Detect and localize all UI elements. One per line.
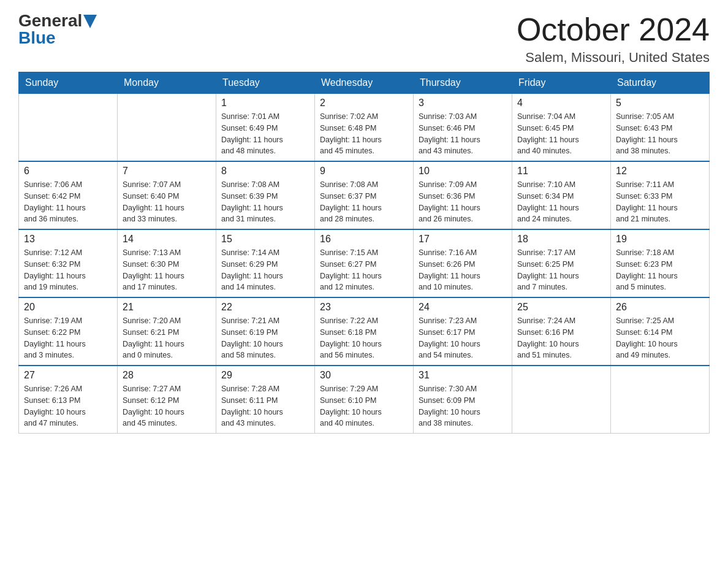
- day-number: 24: [419, 302, 507, 313]
- calendar-cell: 7Sunrise: 7:07 AM Sunset: 6:40 PM Daylig…: [118, 161, 216, 229]
- day-info: Sunrise: 7:12 AM Sunset: 6:32 PM Dayligh…: [24, 247, 112, 293]
- day-info: Sunrise: 7:02 AM Sunset: 6:48 PM Dayligh…: [320, 111, 408, 157]
- logo-blue-text: Blue: [18, 29, 56, 47]
- day-number: 7: [123, 166, 211, 177]
- calendar-header-monday: Monday: [118, 72, 216, 94]
- day-info: Sunrise: 7:06 AM Sunset: 6:42 PM Dayligh…: [24, 179, 112, 225]
- day-info: Sunrise: 7:16 AM Sunset: 6:26 PM Dayligh…: [419, 247, 507, 293]
- day-info: Sunrise: 7:01 AM Sunset: 6:49 PM Dayligh…: [221, 111, 309, 157]
- day-number: 18: [517, 234, 605, 245]
- svg-marker-0: [83, 15, 97, 28]
- calendar-cell: 23Sunrise: 7:22 AM Sunset: 6:18 PM Dayli…: [315, 297, 414, 366]
- calendar-cell: 30Sunrise: 7:29 AM Sunset: 6:10 PM Dayli…: [315, 366, 414, 434]
- day-number: 21: [123, 302, 211, 313]
- location-title: Salem, Missouri, United States: [517, 50, 710, 66]
- day-info: Sunrise: 7:05 AM Sunset: 6:43 PM Dayligh…: [616, 111, 704, 157]
- day-number: 11: [517, 166, 605, 177]
- calendar-cell: 17Sunrise: 7:16 AM Sunset: 6:26 PM Dayli…: [414, 229, 512, 297]
- title-block: October 2024 Salem, Missouri, United Sta…: [517, 12, 710, 66]
- day-info: Sunrise: 7:13 AM Sunset: 6:30 PM Dayligh…: [123, 247, 211, 293]
- calendar-cell: 5Sunrise: 7:05 AM Sunset: 6:43 PM Daylig…: [611, 94, 710, 162]
- day-info: Sunrise: 7:15 AM Sunset: 6:27 PM Dayligh…: [320, 247, 408, 293]
- day-number: 15: [221, 234, 309, 245]
- calendar-cell: 28Sunrise: 7:27 AM Sunset: 6:12 PM Dayli…: [118, 366, 216, 434]
- day-info: Sunrise: 7:21 AM Sunset: 6:19 PM Dayligh…: [221, 315, 309, 361]
- calendar-cell: 4Sunrise: 7:04 AM Sunset: 6:45 PM Daylig…: [512, 94, 611, 162]
- calendar-cell: 18Sunrise: 7:17 AM Sunset: 6:25 PM Dayli…: [512, 229, 611, 297]
- calendar-header-sunday: Sunday: [19, 72, 118, 94]
- day-info: Sunrise: 7:22 AM Sunset: 6:18 PM Dayligh…: [320, 315, 408, 361]
- day-number: 31: [419, 370, 507, 381]
- month-title: October 2024: [517, 12, 710, 47]
- calendar-cell: 14Sunrise: 7:13 AM Sunset: 6:30 PM Dayli…: [118, 229, 216, 297]
- calendar-cell: 8Sunrise: 7:08 AM Sunset: 6:39 PM Daylig…: [216, 161, 315, 229]
- day-info: Sunrise: 7:23 AM Sunset: 6:17 PM Dayligh…: [419, 315, 507, 361]
- day-number: 5: [616, 98, 704, 109]
- day-number: 4: [517, 98, 605, 109]
- calendar-header-row: SundayMondayTuesdayWednesdayThursdayFrid…: [19, 72, 710, 94]
- calendar-table: SundayMondayTuesdayWednesdayThursdayFrid…: [18, 72, 710, 434]
- logo: General Blue: [18, 12, 97, 47]
- calendar-cell: 6Sunrise: 7:06 AM Sunset: 6:42 PM Daylig…: [19, 161, 118, 229]
- calendar-cell: 9Sunrise: 7:08 AM Sunset: 6:37 PM Daylig…: [315, 161, 414, 229]
- day-info: Sunrise: 7:07 AM Sunset: 6:40 PM Dayligh…: [123, 179, 211, 225]
- logo-triangle-icon: [83, 15, 97, 28]
- day-info: Sunrise: 7:08 AM Sunset: 6:37 PM Dayligh…: [320, 179, 408, 225]
- day-info: Sunrise: 7:09 AM Sunset: 6:36 PM Dayligh…: [419, 179, 507, 225]
- calendar-header-tuesday: Tuesday: [216, 72, 315, 94]
- day-info: Sunrise: 7:26 AM Sunset: 6:13 PM Dayligh…: [24, 383, 112, 429]
- calendar-cell: [512, 366, 611, 434]
- calendar-cell: 20Sunrise: 7:19 AM Sunset: 6:22 PM Dayli…: [19, 297, 118, 366]
- day-number: 27: [24, 370, 112, 381]
- day-info: Sunrise: 7:27 AM Sunset: 6:12 PM Dayligh…: [123, 383, 211, 429]
- day-info: Sunrise: 7:14 AM Sunset: 6:29 PM Dayligh…: [221, 247, 309, 293]
- calendar-cell: 3Sunrise: 7:03 AM Sunset: 6:46 PM Daylig…: [414, 94, 512, 162]
- day-number: 29: [221, 370, 309, 381]
- calendar-header-thursday: Thursday: [414, 72, 512, 94]
- day-info: Sunrise: 7:04 AM Sunset: 6:45 PM Dayligh…: [517, 111, 605, 157]
- day-number: 20: [24, 302, 112, 313]
- calendar-cell: 31Sunrise: 7:30 AM Sunset: 6:09 PM Dayli…: [414, 366, 512, 434]
- day-number: 17: [419, 234, 507, 245]
- day-number: 19: [616, 234, 704, 245]
- day-number: 25: [517, 302, 605, 313]
- day-number: 9: [320, 166, 408, 177]
- day-info: Sunrise: 7:25 AM Sunset: 6:14 PM Dayligh…: [616, 315, 704, 361]
- day-number: 3: [419, 98, 507, 109]
- day-number: 26: [616, 302, 704, 313]
- calendar-week-row: 27Sunrise: 7:26 AM Sunset: 6:13 PM Dayli…: [19, 366, 710, 434]
- calendar-cell: [611, 366, 710, 434]
- calendar-cell: 19Sunrise: 7:18 AM Sunset: 6:23 PM Dayli…: [611, 229, 710, 297]
- calendar-week-row: 6Sunrise: 7:06 AM Sunset: 6:42 PM Daylig…: [19, 161, 710, 229]
- day-number: 2: [320, 98, 408, 109]
- logo-general-text: General: [18, 12, 82, 29]
- day-info: Sunrise: 7:29 AM Sunset: 6:10 PM Dayligh…: [320, 383, 408, 429]
- calendar-cell: 15Sunrise: 7:14 AM Sunset: 6:29 PM Dayli…: [216, 229, 315, 297]
- day-number: 12: [616, 166, 704, 177]
- page-header: General Blue October 2024 Salem, Missour…: [18, 12, 710, 66]
- day-info: Sunrise: 7:20 AM Sunset: 6:21 PM Dayligh…: [123, 315, 211, 361]
- calendar-cell: 11Sunrise: 7:10 AM Sunset: 6:34 PM Dayli…: [512, 161, 611, 229]
- day-info: Sunrise: 7:17 AM Sunset: 6:25 PM Dayligh…: [517, 247, 605, 293]
- calendar-header-saturday: Saturday: [611, 72, 710, 94]
- day-number: 6: [24, 166, 112, 177]
- day-number: 30: [320, 370, 408, 381]
- calendar-cell: 13Sunrise: 7:12 AM Sunset: 6:32 PM Dayli…: [19, 229, 118, 297]
- calendar-cell: 24Sunrise: 7:23 AM Sunset: 6:17 PM Dayli…: [414, 297, 512, 366]
- calendar-cell: 29Sunrise: 7:28 AM Sunset: 6:11 PM Dayli…: [216, 366, 315, 434]
- day-info: Sunrise: 7:08 AM Sunset: 6:39 PM Dayligh…: [221, 179, 309, 225]
- day-number: 10: [419, 166, 507, 177]
- calendar-cell: 16Sunrise: 7:15 AM Sunset: 6:27 PM Dayli…: [315, 229, 414, 297]
- calendar-header-wednesday: Wednesday: [315, 72, 414, 94]
- calendar-cell: 12Sunrise: 7:11 AM Sunset: 6:33 PM Dayli…: [611, 161, 710, 229]
- day-info: Sunrise: 7:30 AM Sunset: 6:09 PM Dayligh…: [419, 383, 507, 429]
- calendar-week-row: 1Sunrise: 7:01 AM Sunset: 6:49 PM Daylig…: [19, 94, 710, 162]
- calendar-cell: 27Sunrise: 7:26 AM Sunset: 6:13 PM Dayli…: [19, 366, 118, 434]
- day-number: 23: [320, 302, 408, 313]
- day-number: 8: [221, 166, 309, 177]
- calendar-week-row: 20Sunrise: 7:19 AM Sunset: 6:22 PM Dayli…: [19, 297, 710, 366]
- day-info: Sunrise: 7:10 AM Sunset: 6:34 PM Dayligh…: [517, 179, 605, 225]
- calendar-cell: 22Sunrise: 7:21 AM Sunset: 6:19 PM Dayli…: [216, 297, 315, 366]
- calendar-header-friday: Friday: [512, 72, 611, 94]
- day-number: 14: [123, 234, 211, 245]
